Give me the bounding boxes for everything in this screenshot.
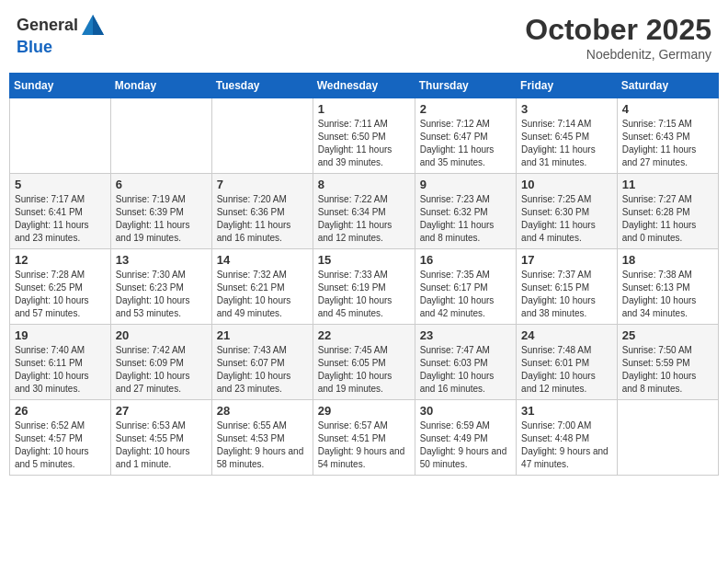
calendar-cell: 6Sunrise: 7:19 AM Sunset: 6:39 PM Daylig… <box>110 174 211 249</box>
day-number: 7 <box>217 178 308 191</box>
calendar-cell: 26Sunrise: 6:52 AM Sunset: 4:57 PM Dayli… <box>10 400 111 476</box>
day-info: Sunrise: 7:42 AM Sunset: 6:09 PM Dayligh… <box>116 344 207 396</box>
day-info: Sunrise: 7:17 AM Sunset: 6:41 PM Dayligh… <box>15 193 106 245</box>
calendar-cell: 10Sunrise: 7:25 AM Sunset: 6:30 PM Dayli… <box>517 174 618 249</box>
day-info: Sunrise: 7:45 AM Sunset: 6:05 PM Dayligh… <box>318 344 410 396</box>
day-info: Sunrise: 7:28 AM Sunset: 6:25 PM Dayligh… <box>15 269 106 320</box>
day-info: Sunrise: 7:23 AM Sunset: 6:32 PM Dayligh… <box>420 193 511 245</box>
week-row-5: 26Sunrise: 6:52 AM Sunset: 4:57 PM Dayli… <box>10 400 719 476</box>
day-number: 29 <box>318 404 410 418</box>
day-info: Sunrise: 7:19 AM Sunset: 6:39 PM Dayligh… <box>116 193 207 245</box>
calendar-cell: 19Sunrise: 7:40 AM Sunset: 6:11 PM Dayli… <box>10 325 111 400</box>
day-info: Sunrise: 7:11 AM Sunset: 6:50 PM Dayligh… <box>318 118 410 169</box>
calendar-cell: 4Sunrise: 7:15 AM Sunset: 6:43 PM Daylig… <box>617 98 718 174</box>
weekday-header-sunday: Sunday <box>10 74 111 98</box>
day-info: Sunrise: 7:48 AM Sunset: 6:01 PM Dayligh… <box>521 344 612 396</box>
calendar-cell: 8Sunrise: 7:22 AM Sunset: 6:34 PM Daylig… <box>313 174 415 249</box>
week-row-2: 5Sunrise: 7:17 AM Sunset: 6:41 PM Daylig… <box>10 174 719 249</box>
calendar-cell: 23Sunrise: 7:47 AM Sunset: 6:03 PM Dayli… <box>415 325 516 400</box>
week-row-1: 1Sunrise: 7:11 AM Sunset: 6:50 PM Daylig… <box>10 98 719 174</box>
day-number: 31 <box>521 404 612 418</box>
day-number: 3 <box>521 102 612 116</box>
calendar-cell: 30Sunrise: 6:59 AM Sunset: 4:49 PM Dayli… <box>415 400 516 476</box>
day-info: Sunrise: 7:30 AM Sunset: 6:23 PM Dayligh… <box>116 269 207 320</box>
calendar-cell: 14Sunrise: 7:32 AM Sunset: 6:21 PM Dayli… <box>211 249 313 325</box>
calendar-table: SundayMondayTuesdayWednesdayThursdayFrid… <box>9 73 719 476</box>
svg-marker-1 <box>93 15 104 35</box>
logo-general: General <box>17 16 78 34</box>
weekday-header-monday: Monday <box>110 74 211 98</box>
day-info: Sunrise: 7:15 AM Sunset: 6:43 PM Dayligh… <box>622 118 713 169</box>
logo-icon <box>80 13 106 39</box>
day-info: Sunrise: 7:27 AM Sunset: 6:28 PM Dayligh… <box>622 193 713 245</box>
day-info: Sunrise: 7:47 AM Sunset: 6:03 PM Dayligh… <box>420 344 511 396</box>
calendar-cell: 15Sunrise: 7:33 AM Sunset: 6:19 PM Dayli… <box>313 249 415 325</box>
day-info: Sunrise: 7:40 AM Sunset: 6:11 PM Dayligh… <box>15 344 106 396</box>
weekday-header-wednesday: Wednesday <box>313 74 415 98</box>
day-number: 28 <box>217 404 308 418</box>
day-info: Sunrise: 6:59 AM Sunset: 4:49 PM Dayligh… <box>420 419 511 471</box>
day-number: 30 <box>420 404 511 418</box>
day-info: Sunrise: 7:14 AM Sunset: 6:45 PM Dayligh… <box>521 118 612 169</box>
day-info: Sunrise: 7:38 AM Sunset: 6:13 PM Dayligh… <box>622 269 713 320</box>
day-number: 27 <box>116 404 207 418</box>
day-number: 18 <box>622 253 713 267</box>
day-info: Sunrise: 7:35 AM Sunset: 6:17 PM Dayligh… <box>420 269 511 320</box>
day-number: 23 <box>420 328 511 342</box>
calendar-cell: 17Sunrise: 7:37 AM Sunset: 6:15 PM Dayli… <box>517 249 618 325</box>
day-number: 19 <box>15 328 106 342</box>
day-info: Sunrise: 6:53 AM Sunset: 4:55 PM Dayligh… <box>116 419 207 471</box>
calendar-cell: 28Sunrise: 6:55 AM Sunset: 4:53 PM Dayli… <box>211 400 313 476</box>
day-info: Sunrise: 7:22 AM Sunset: 6:34 PM Dayligh… <box>318 193 410 245</box>
calendar-cell: 20Sunrise: 7:42 AM Sunset: 6:09 PM Dayli… <box>110 325 211 400</box>
day-info: Sunrise: 7:20 AM Sunset: 6:36 PM Dayligh… <box>217 193 308 245</box>
calendar-cell: 7Sunrise: 7:20 AM Sunset: 6:36 PM Daylig… <box>211 174 313 249</box>
calendar-cell: 29Sunrise: 6:57 AM Sunset: 4:51 PM Dayli… <box>313 400 415 476</box>
day-info: Sunrise: 7:50 AM Sunset: 5:59 PM Dayligh… <box>622 344 713 396</box>
calendar-cell: 11Sunrise: 7:27 AM Sunset: 6:28 PM Dayli… <box>617 174 718 249</box>
day-number: 1 <box>318 102 410 116</box>
calendar-cell: 16Sunrise: 7:35 AM Sunset: 6:17 PM Dayli… <box>415 249 516 325</box>
weekday-header-tuesday: Tuesday <box>211 74 313 98</box>
calendar-cell: 9Sunrise: 7:23 AM Sunset: 6:32 PM Daylig… <box>415 174 516 249</box>
day-info: Sunrise: 7:33 AM Sunset: 6:19 PM Dayligh… <box>318 269 410 320</box>
day-number: 15 <box>318 253 410 267</box>
day-number: 8 <box>318 178 410 191</box>
calendar-cell: 31Sunrise: 7:00 AM Sunset: 4:48 PM Dayli… <box>517 400 618 476</box>
day-info: Sunrise: 7:32 AM Sunset: 6:21 PM Dayligh… <box>217 269 308 320</box>
day-info: Sunrise: 7:43 AM Sunset: 6:07 PM Dayligh… <box>217 344 308 396</box>
calendar-cell <box>211 98 313 174</box>
day-number: 6 <box>116 178 207 191</box>
week-row-3: 12Sunrise: 7:28 AM Sunset: 6:25 PM Dayli… <box>10 249 719 325</box>
calendar-cell: 18Sunrise: 7:38 AM Sunset: 6:13 PM Dayli… <box>617 249 718 325</box>
day-number: 26 <box>15 404 106 418</box>
day-number: 5 <box>15 178 106 191</box>
calendar-cell: 25Sunrise: 7:50 AM Sunset: 5:59 PM Dayli… <box>617 325 718 400</box>
title-block: October 2025 Noebdenitz, Germany <box>525 13 711 62</box>
day-info: Sunrise: 6:57 AM Sunset: 4:51 PM Dayligh… <box>318 419 410 471</box>
logo-blue: Blue <box>17 38 52 56</box>
day-number: 24 <box>521 328 612 342</box>
day-number: 13 <box>116 253 207 267</box>
day-number: 17 <box>521 253 612 267</box>
calendar-cell: 22Sunrise: 7:45 AM Sunset: 6:05 PM Dayli… <box>313 325 415 400</box>
day-info: Sunrise: 7:37 AM Sunset: 6:15 PM Dayligh… <box>521 269 612 320</box>
day-number: 9 <box>420 178 511 191</box>
month-title: October 2025 <box>525 13 711 47</box>
calendar-cell: 1Sunrise: 7:11 AM Sunset: 6:50 PM Daylig… <box>313 98 415 174</box>
calendar-cell: 13Sunrise: 7:30 AM Sunset: 6:23 PM Dayli… <box>110 249 211 325</box>
day-number: 10 <box>521 178 612 191</box>
calendar-cell: 27Sunrise: 6:53 AM Sunset: 4:55 PM Dayli… <box>110 400 211 476</box>
day-info: Sunrise: 7:00 AM Sunset: 4:48 PM Dayligh… <box>521 419 612 471</box>
calendar-cell <box>110 98 211 174</box>
location: Noebdenitz, Germany <box>525 47 711 62</box>
day-number: 16 <box>420 253 511 267</box>
day-number: 22 <box>318 328 410 342</box>
day-number: 14 <box>217 253 308 267</box>
calendar-cell: 12Sunrise: 7:28 AM Sunset: 6:25 PM Dayli… <box>10 249 111 325</box>
weekday-header-row: SundayMondayTuesdayWednesdayThursdayFrid… <box>10 74 719 98</box>
calendar-cell: 5Sunrise: 7:17 AM Sunset: 6:41 PM Daylig… <box>10 174 111 249</box>
weekday-header-thursday: Thursday <box>415 74 516 98</box>
day-number: 21 <box>217 328 308 342</box>
day-info: Sunrise: 7:12 AM Sunset: 6:47 PM Dayligh… <box>420 118 511 169</box>
